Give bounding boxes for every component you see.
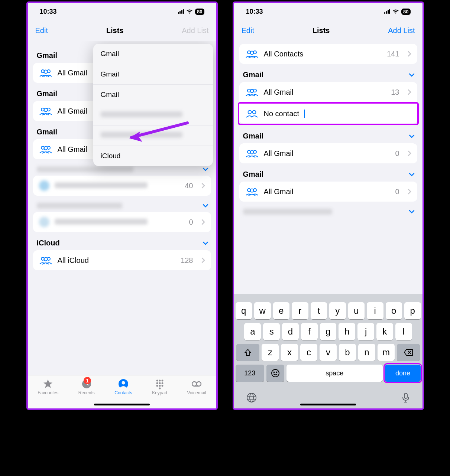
section-header-gmail[interactable]: Gmail: [234, 163, 423, 182]
chevron-right-icon: [201, 257, 205, 263]
svg-point-34: [248, 111, 251, 114]
list-card: 40: [33, 176, 211, 196]
emoji-icon: [271, 369, 280, 378]
key-done[interactable]: done: [385, 365, 421, 382]
list-row-all-gmail[interactable]: All Gmail 0: [239, 143, 417, 163]
section-header-redacted[interactable]: [28, 196, 216, 212]
key-t[interactable]: t: [311, 302, 327, 319]
key-p[interactable]: p: [404, 302, 421, 319]
nav-title: Lists: [313, 26, 330, 35]
key-e[interactable]: e: [273, 302, 290, 319]
row-count: 0: [189, 218, 193, 226]
tab-recents[interactable]: 1 Recents: [78, 378, 95, 395]
home-indicator[interactable]: [300, 404, 356, 405]
globe-icon[interactable]: [246, 392, 257, 403]
key-o[interactable]: o: [386, 302, 402, 319]
content-area: All Contacts 141 Gmail All Gmail 13: [234, 41, 423, 294]
annotation-highlight-box: [238, 102, 419, 125]
tab-favourites[interactable]: Favourites: [38, 378, 58, 395]
section-header-icloud[interactable]: iCloud: [28, 232, 216, 250]
key-z[interactable]: z: [262, 344, 279, 361]
key-j[interactable]: j: [357, 323, 374, 340]
recents-badge: 1: [84, 377, 91, 384]
key-y[interactable]: y: [329, 302, 346, 319]
list-card: 0: [33, 212, 211, 232]
status-bar: 10:33 80: [234, 3, 423, 20]
tab-keypad[interactable]: Keypad: [152, 378, 167, 395]
redacted-text: [37, 203, 122, 209]
content-area: Gmail Gmail Gmail iCloud Gmail All Gmail…: [28, 41, 216, 375]
dropdown-item-icloud[interactable]: iCloud: [93, 146, 213, 166]
dropdown-item-gmail[interactable]: Gmail: [93, 64, 213, 85]
phone-screenshot-right: 10:33 80 Edit Lists Add List All Contact…: [233, 1, 424, 410]
tab-contacts[interactable]: Contacts: [114, 378, 132, 395]
list-row-all-icloud[interactable]: All iCloud 128: [33, 250, 211, 270]
key-r[interactable]: r: [292, 302, 308, 319]
home-indicator[interactable]: [94, 404, 150, 405]
key-g[interactable]: g: [320, 323, 337, 340]
key-v[interactable]: v: [320, 344, 337, 361]
list-card: All Gmail 0: [239, 182, 417, 202]
key-k[interactable]: k: [376, 323, 393, 340]
list-row-redacted[interactable]: 0: [33, 212, 211, 232]
list-row-all-gmail[interactable]: All Gmail 13: [239, 82, 417, 102]
chevron-right-icon: [408, 51, 411, 57]
key-u[interactable]: u: [348, 302, 365, 319]
key-c[interactable]: c: [300, 344, 317, 361]
list-row-all-contacts[interactable]: All Contacts 141: [239, 44, 417, 64]
key-h[interactable]: h: [339, 323, 355, 340]
svg-point-44: [276, 372, 277, 373]
new-list-name-input[interactable]: [264, 110, 305, 118]
key-b[interactable]: b: [339, 344, 356, 361]
section-header-redacted[interactable]: [234, 202, 423, 216]
svg-point-16: [159, 380, 161, 382]
battery-level: 80: [195, 9, 204, 15]
list-row-redacted[interactable]: 40: [33, 176, 211, 196]
annotation-arrow-icon: [126, 121, 189, 143]
group-icon: [245, 187, 259, 196]
section-header-gmail[interactable]: Gmail: [234, 64, 423, 82]
key-m[interactable]: m: [378, 344, 395, 361]
key-123[interactable]: 123: [236, 365, 265, 382]
key-w[interactable]: w: [254, 302, 271, 319]
key-f[interactable]: f: [301, 323, 318, 340]
key-backspace[interactable]: [397, 344, 420, 361]
person-circle-icon: [118, 378, 129, 389]
list-card: All iCloud 128: [33, 250, 211, 270]
chevron-down-icon: [202, 202, 209, 209]
key-n[interactable]: n: [358, 344, 375, 361]
add-list-button[interactable]: Add List: [388, 26, 415, 35]
key-i[interactable]: i: [367, 302, 383, 319]
battery-level: 80: [401, 9, 410, 15]
tab-voicemail[interactable]: Voicemail: [187, 378, 206, 395]
row-label: All Gmail: [264, 88, 386, 97]
chevron-down-icon: [408, 72, 415, 78]
redacted-text: [243, 209, 332, 215]
key-emoji[interactable]: [266, 365, 284, 382]
svg-point-18: [156, 382, 158, 384]
dropdown-item-gmail[interactable]: Gmail: [93, 44, 213, 64]
list-card: All Contacts 141: [239, 44, 417, 64]
status-icons: 80: [178, 9, 204, 15]
list-card: All Gmail 0: [239, 143, 417, 163]
edit-button[interactable]: Edit: [35, 26, 48, 35]
dropdown-item-gmail[interactable]: Gmail: [93, 85, 213, 105]
microphone-icon[interactable]: [401, 392, 411, 403]
backspace-icon: [404, 349, 413, 356]
list-row-new-list-input[interactable]: [239, 104, 417, 124]
status-time: 10:33: [246, 8, 263, 16]
list-row-all-gmail[interactable]: All Gmail 0: [239, 182, 417, 202]
key-q[interactable]: q: [236, 302, 252, 319]
key-s[interactable]: s: [263, 323, 280, 340]
key-l[interactable]: l: [395, 323, 412, 340]
edit-button[interactable]: Edit: [242, 26, 254, 35]
svg-point-22: [159, 385, 161, 387]
key-x[interactable]: x: [281, 344, 298, 361]
keyboard-row-3: z x c v b n m: [236, 344, 421, 361]
key-shift[interactable]: [236, 344, 259, 361]
add-list-button[interactable]: Add List: [182, 26, 208, 35]
key-space[interactable]: space: [286, 365, 383, 382]
key-a[interactable]: a: [244, 323, 261, 340]
key-d[interactable]: d: [282, 323, 299, 340]
section-header-gmail[interactable]: Gmail: [234, 125, 423, 143]
